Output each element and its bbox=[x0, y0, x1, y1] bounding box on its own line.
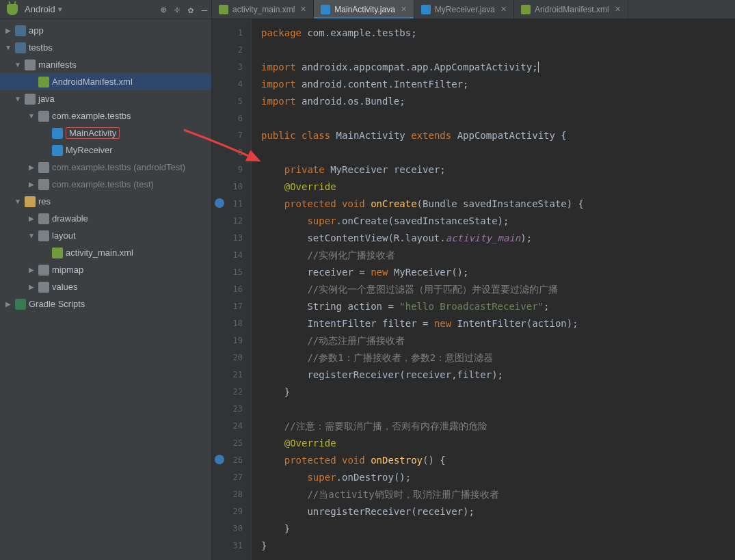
code-line[interactable]: protected void onDestroy() { bbox=[261, 452, 735, 469]
code-line[interactable]: protected void onCreate(Bundle savedInst… bbox=[261, 196, 735, 213]
project-tree[interactable]: apptestbsmanifestsAndroidManifest.xmljav… bbox=[0, 19, 212, 560]
expand-arrow-icon[interactable] bbox=[27, 112, 36, 120]
code-line[interactable]: String action = "hello BroadcastReceiver… bbox=[261, 298, 735, 315]
tree-label: AndroidManifest.xml bbox=[52, 77, 133, 87]
override-icon[interactable] bbox=[215, 198, 224, 208]
code-line[interactable] bbox=[261, 42, 735, 59]
tree-item-MyReceiver[interactable]: MyReceiver bbox=[0, 142, 211, 159]
tree-item-manifests[interactable]: manifests bbox=[0, 56, 211, 73]
close-icon[interactable]: ✕ bbox=[401, 5, 407, 14]
line-number: 25 bbox=[212, 435, 243, 452]
code-line[interactable]: //实例化广播接收者 bbox=[261, 247, 735, 264]
code-line[interactable]: package com.example.testbs; bbox=[261, 25, 735, 42]
tree-label: com.example.testbs bbox=[52, 111, 131, 121]
collapse-icon[interactable]: — bbox=[198, 4, 211, 15]
line-number: 8 bbox=[212, 144, 243, 161]
code-line[interactable]: super.onCreate(savedInstanceState); bbox=[261, 213, 735, 230]
res-icon bbox=[25, 196, 36, 207]
dir-icon bbox=[25, 59, 36, 70]
project-view-title[interactable]: Android bbox=[25, 4, 55, 14]
code-line[interactable]: public class MainActivity extends AppCom… bbox=[261, 127, 735, 144]
line-number: 13 bbox=[212, 230, 243, 247]
tree-item-AndroidManifest-xml[interactable]: AndroidManifest.xml bbox=[0, 73, 211, 90]
expand-arrow-icon[interactable] bbox=[27, 283, 36, 291]
file-type-icon bbox=[321, 5, 330, 14]
code-area[interactable]: package com.example.testbs; import andro… bbox=[252, 19, 735, 560]
expand-arrow-icon[interactable] bbox=[4, 300, 12, 308]
tree-item-testbs[interactable]: testbs bbox=[0, 39, 211, 56]
dropdown-icon[interactable]: ▼ bbox=[58, 5, 62, 13]
code-line[interactable] bbox=[261, 110, 735, 127]
line-number: 26 bbox=[212, 452, 243, 469]
tree-item-com-example-testbs[interactable]: com.example.testbs (test) bbox=[0, 176, 211, 193]
line-number: 24 bbox=[212, 418, 243, 435]
tree-item-drawable[interactable]: drawable bbox=[0, 210, 211, 227]
filter-icon[interactable]: ÷ bbox=[170, 4, 184, 15]
line-number: 18 bbox=[212, 315, 243, 332]
tab-activity_main-xml[interactable]: activity_main.xml✕ bbox=[212, 0, 314, 18]
code-editor[interactable]: 1234567891011121314151617181920212223242… bbox=[212, 19, 735, 560]
line-number: 11 bbox=[212, 196, 243, 213]
tree-item-layout[interactable]: layout bbox=[0, 227, 211, 244]
tree-item-mipmap[interactable]: mipmap bbox=[0, 261, 211, 278]
tab-MyReceiver-java[interactable]: MyReceiver.java✕ bbox=[414, 0, 514, 18]
tab-label: activity_main.xml bbox=[232, 5, 295, 14]
tree-item-values[interactable]: values bbox=[0, 278, 211, 295]
expand-arrow-icon[interactable] bbox=[14, 95, 22, 103]
tree-item-com-example-testbs[interactable]: com.example.testbs (androidTest) bbox=[0, 159, 211, 176]
code-line[interactable]: //实例化一个意图过滤器（用于匹配）并设置要过滤的广播 bbox=[261, 281, 735, 298]
code-line[interactable]: //动态注册广播接收者 bbox=[261, 332, 735, 349]
code-line[interactable]: receiver = new MyReceiver(); bbox=[261, 264, 735, 281]
tree-item-res[interactable]: res bbox=[0, 193, 211, 210]
code-line[interactable]: } bbox=[261, 520, 735, 537]
expand-arrow-icon[interactable] bbox=[27, 266, 36, 274]
expand-arrow-icon[interactable] bbox=[4, 27, 12, 34]
code-line[interactable]: unregisterReceiver(receiver); bbox=[261, 503, 735, 520]
close-icon[interactable]: ✕ bbox=[500, 5, 507, 14]
tree-item-java[interactable]: java bbox=[0, 90, 211, 107]
code-line[interactable]: //注意：需要取消广播，否则有内存泄露的危险 bbox=[261, 418, 735, 435]
code-line[interactable]: IntentFilter filter = new IntentFilter(a… bbox=[261, 315, 735, 332]
close-icon[interactable]: ✕ bbox=[300, 5, 306, 14]
expand-arrow-icon[interactable] bbox=[14, 198, 22, 205]
expand-arrow-icon[interactable] bbox=[14, 61, 22, 68]
tab-MainActivity-java[interactable]: MainActivity.java✕ bbox=[314, 0, 414, 18]
code-line[interactable]: } bbox=[261, 537, 735, 555]
code-line[interactable]: //参数1：广播接收者，参数2：意图过滤器 bbox=[261, 349, 735, 366]
tab-AndroidManifest-xml[interactable]: AndroidManifest.xml✕ bbox=[514, 0, 628, 18]
override-icon[interactable] bbox=[215, 455, 224, 464]
code-line[interactable]: import androidx.appcompat.app.AppCompatA… bbox=[261, 59, 735, 76]
code-line[interactable] bbox=[261, 401, 735, 418]
line-number: 2 bbox=[212, 42, 243, 59]
file-type-icon bbox=[521, 5, 531, 14]
cls-icon bbox=[52, 145, 63, 156]
code-line[interactable]: super.onDestroy(); bbox=[261, 469, 735, 486]
tree-item-MainActivity[interactable]: MainActivity bbox=[0, 124, 211, 142]
code-line[interactable]: @Override bbox=[261, 178, 735, 196]
expand-arrow-icon[interactable] bbox=[4, 44, 12, 51]
expand-arrow-icon[interactable] bbox=[27, 232, 36, 239]
expand-arrow-icon[interactable] bbox=[27, 163, 36, 171]
code-line[interactable]: private MyReceiver receiver; bbox=[261, 161, 735, 178]
target-icon[interactable]: ⊕ bbox=[157, 4, 170, 15]
code-line[interactable]: registerReceiver(receiver,filter); bbox=[261, 366, 735, 384]
expand-arrow-icon[interactable] bbox=[27, 181, 36, 188]
tab-label: MainActivity.java bbox=[334, 5, 395, 14]
code-line[interactable]: import android.content.IntentFilter; bbox=[261, 76, 735, 93]
gear-icon[interactable]: ✿ bbox=[184, 4, 198, 15]
code-line[interactable]: setContentView(R.layout.activity_main); bbox=[261, 230, 735, 247]
code-line[interactable]: import android.os.Bundle; bbox=[261, 93, 735, 110]
code-line[interactable]: @Override bbox=[261, 435, 735, 452]
expand-arrow-icon[interactable] bbox=[27, 215, 36, 222]
code-line[interactable]: //当activity销毁时，取消注册广播接收者 bbox=[261, 486, 735, 503]
top-bar: Android ▼ ⊕ ÷ ✿ — activity_main.xml✕Main… bbox=[0, 0, 735, 19]
code-line[interactable]: } bbox=[261, 384, 735, 401]
code-line[interactable] bbox=[261, 144, 735, 161]
tree-item-com-example-testbs[interactable]: com.example.testbs bbox=[0, 107, 211, 124]
close-icon[interactable]: ✕ bbox=[615, 5, 621, 14]
tree-item-activity_main-xml[interactable]: activity_main.xml bbox=[0, 244, 211, 261]
tree-label: com.example.testbs (test) bbox=[52, 179, 154, 189]
tree-item-Gradle-Scripts[interactable]: Gradle Scripts bbox=[0, 295, 211, 312]
tree-item-app[interactable]: app bbox=[0, 22, 211, 39]
line-number: 19 bbox=[212, 332, 243, 349]
